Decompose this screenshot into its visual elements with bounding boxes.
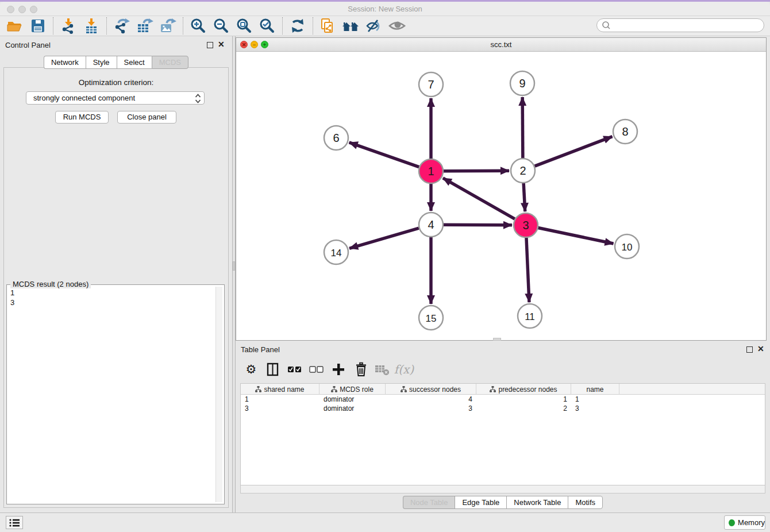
import-network-button[interactable] — [57, 17, 80, 35]
edge-2-3[interactable] — [523, 183, 525, 211]
graph-node-9[interactable]: 9 — [510, 71, 534, 95]
table-cell[interactable]: dominator — [319, 395, 386, 404]
tab-motifs[interactable]: Motifs — [568, 496, 603, 509]
graph-node-8[interactable]: 8 — [613, 119, 637, 144]
column-header-MCDS-role[interactable]: MCDS role — [319, 384, 386, 395]
birdseye-view-button[interactable] — [386, 17, 409, 35]
table-horizontal-scrollbar[interactable] — [240, 485, 765, 494]
graph-node-4[interactable]: 4 — [419, 213, 443, 237]
table-row[interactable]: 3dominator323 — [241, 404, 765, 413]
export-image-button[interactable] — [156, 17, 179, 35]
float-table-panel-button[interactable] — [746, 346, 753, 353]
import-table-icon — [83, 17, 100, 34]
close-panel-button[interactable]: Close panel — [117, 111, 176, 124]
deselect-all-rows-button[interactable] — [306, 360, 328, 379]
table-cell[interactable]: 2 — [476, 404, 571, 413]
graph-node-11[interactable]: 11 — [518, 304, 542, 328]
network-graph[interactable]: 7968124314101511 — [236, 52, 766, 340]
clone-network-button[interactable] — [317, 17, 340, 35]
table-cell[interactable]: dominator — [319, 404, 386, 413]
import-table-button[interactable] — [80, 17, 103, 35]
close-window-button[interactable] — [7, 6, 14, 13]
minimize-view-button[interactable]: − — [251, 41, 258, 48]
network-window-titlebar[interactable]: ✕ − + scc.txt — [236, 38, 766, 52]
titlebar[interactable]: Session: New Session — [0, 2, 770, 16]
graph-node-10[interactable]: 10 — [615, 234, 639, 259]
splitter-grabber[interactable] — [233, 261, 235, 271]
zoom-view-button[interactable]: + — [261, 41, 268, 48]
tab-style[interactable]: Style — [86, 56, 117, 69]
home-layout-button[interactable] — [340, 17, 363, 35]
edge-3-11[interactable] — [526, 238, 529, 302]
table-cell[interactable]: 3 — [571, 404, 619, 413]
edge-3-10[interactable] — [538, 228, 614, 244]
export-table-button[interactable] — [133, 17, 156, 35]
search-input[interactable] — [613, 20, 764, 31]
table-cell[interactable]: 3 — [386, 404, 476, 413]
zoom-fit-button[interactable] — [233, 17, 256, 35]
run-mcds-button[interactable]: Run MCDS — [55, 111, 109, 124]
edge-3-1[interactable] — [443, 178, 515, 219]
close-view-button[interactable]: ✕ — [240, 41, 248, 48]
edge-1-6[interactable] — [349, 142, 419, 167]
mcds-result-text[interactable]: 1 3 — [10, 288, 211, 499]
close-table-panel-button[interactable]: ✕ — [757, 344, 764, 353]
column-header-shared-name[interactable]: shared name — [241, 384, 319, 395]
column-visibility-button[interactable] — [262, 360, 284, 379]
tab-node-table[interactable]: Node Table — [403, 496, 455, 509]
select-all-rows-button[interactable] — [284, 360, 306, 379]
settings-gear-button[interactable]: ⚙ — [240, 360, 262, 379]
function-builder-icon: f(x) — [394, 363, 414, 376]
graph-node-2[interactable]: 2 — [511, 159, 535, 183]
delete-table-button[interactable] — [371, 360, 393, 379]
mcds-result-scrollbar[interactable] — [215, 287, 222, 502]
graph-node-6[interactable]: 6 — [324, 126, 348, 150]
table-cell[interactable]: 3 — [241, 404, 319, 413]
delete-table-icon — [374, 363, 390, 376]
zoom-window-button[interactable] — [30, 6, 37, 13]
edge-2-8[interactable] — [535, 137, 613, 167]
zoom-in-button[interactable] — [187, 17, 210, 35]
zoom-selected-button[interactable] — [256, 17, 279, 35]
minimize-window-button[interactable] — [18, 6, 26, 13]
edge-2-9[interactable] — [522, 97, 523, 158]
zoom-out-button[interactable] — [210, 17, 233, 35]
edge-1-2[interactable] — [444, 171, 509, 171]
graph-node-14[interactable]: 14 — [324, 240, 348, 264]
task-history-button[interactable] — [6, 516, 23, 529]
column-header-predecessor-nodes[interactable]: predecessor nodes — [476, 384, 571, 395]
tab-network-table[interactable]: Network Table — [506, 496, 568, 509]
float-panel-button[interactable] — [207, 42, 213, 48]
save-session-button[interactable] — [26, 17, 49, 35]
graph-node-3[interactable]: 3 — [514, 213, 538, 237]
graph-node-15[interactable]: 15 — [419, 306, 443, 330]
horizontal-splitter-grabber[interactable] — [493, 338, 501, 341]
add-column-button[interactable] — [328, 360, 349, 379]
hide-graphics-button[interactable] — [363, 17, 386, 35]
network-canvas[interactable]: 7968124314101511 — [236, 52, 766, 340]
table-cell[interactable]: 4 — [386, 395, 476, 404]
open-session-button[interactable] — [3, 17, 26, 35]
table-cell[interactable]: 1 — [241, 395, 319, 404]
tab-network[interactable]: Network — [44, 56, 86, 69]
graph-node-7[interactable]: 7 — [419, 72, 443, 97]
memory-button[interactable]: Memory — [724, 515, 765, 530]
optimization-criterion-select[interactable]: strongly connected component — [26, 91, 205, 105]
graph-node-1[interactable]: 1 — [419, 159, 443, 183]
table-cell[interactable]: 1 — [571, 395, 619, 404]
edge-4-3[interactable] — [444, 225, 512, 225]
table-cell[interactable]: 1 — [476, 395, 571, 404]
export-network-button[interactable] — [110, 17, 133, 35]
table-row[interactable]: 1dominator411 — [241, 395, 765, 404]
column-header-successor-nodes[interactable]: successor nodes — [386, 384, 476, 395]
delete-column-button[interactable] — [349, 360, 371, 379]
apply-layout-button[interactable] — [286, 17, 309, 35]
close-panel-icon-button[interactable]: ✕ — [218, 40, 225, 49]
tab-mcds[interactable]: MCDS — [152, 56, 188, 69]
function-builder-button[interactable]: f(x) — [393, 360, 415, 379]
tab-edge-table[interactable]: Edge Table — [455, 496, 506, 509]
column-header-name[interactable]: name — [571, 384, 619, 395]
search-box[interactable] — [596, 18, 764, 32]
edge-4-14[interactable] — [349, 228, 419, 248]
tab-select[interactable]: Select — [117, 56, 152, 69]
